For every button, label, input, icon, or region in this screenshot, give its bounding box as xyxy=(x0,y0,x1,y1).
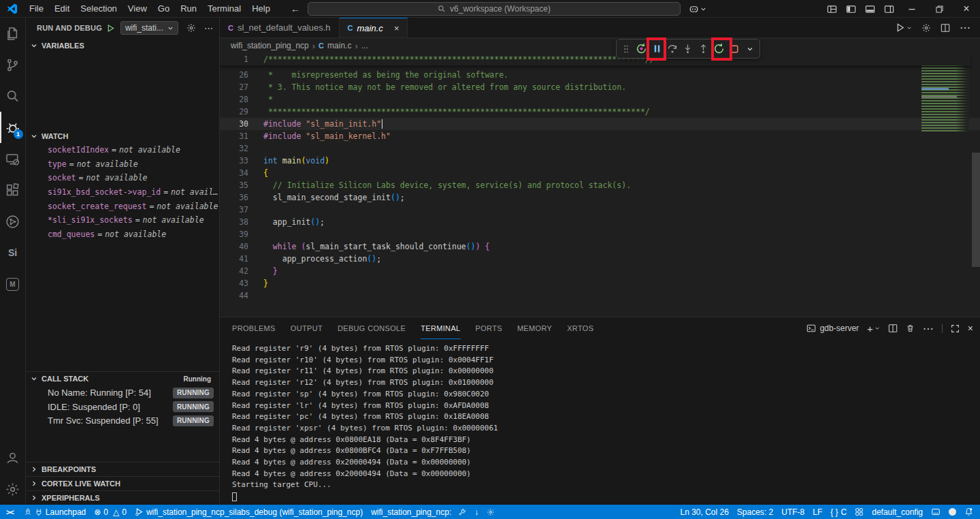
code-line[interactable]: 32 xyxy=(220,142,980,155)
code-line[interactable]: 27 * 3. This notice may not be removed o… xyxy=(220,81,980,93)
code-line[interactable]: 33int main(void) xyxy=(220,155,980,167)
maximize-panel-icon[interactable] xyxy=(951,324,960,333)
debug-settings-gear-icon[interactable] xyxy=(186,23,196,33)
code-line[interactable]: 39 xyxy=(220,228,980,240)
device-debug-icon[interactable] xyxy=(0,143,26,174)
code-line[interactable]: 43} xyxy=(220,277,980,289)
menu-run[interactable]: Run xyxy=(175,3,202,14)
code-line[interactable]: 44 xyxy=(220,289,980,302)
extensions-icon[interactable] xyxy=(0,174,26,206)
encoding-item[interactable]: UTF-8 xyxy=(777,505,808,519)
kill-terminal-trash-icon[interactable] xyxy=(906,324,915,333)
code-line[interactable]: 37 xyxy=(220,204,980,216)
cursor-position-item[interactable]: Ln 30, Col 26 xyxy=(676,505,732,519)
menu-edit[interactable]: Edit xyxy=(49,3,75,14)
restore-button[interactable] xyxy=(926,0,953,18)
tab-main-c[interactable]: C main.c × xyxy=(340,18,408,37)
code-line[interactable]: 41 app_process_action(); xyxy=(220,253,980,265)
run-or-debug-button[interactable] xyxy=(895,22,912,33)
step-over-icon[interactable] xyxy=(666,42,680,57)
explorer-icon[interactable] xyxy=(0,18,26,49)
call-stack-thread[interactable]: No Name: Running [P: 54]RUNNING xyxy=(26,386,219,400)
notifications-bell-icon[interactable] xyxy=(960,505,980,519)
editor-gear-icon[interactable] xyxy=(921,23,931,33)
indentation-item[interactable]: Spaces: 2 xyxy=(733,505,777,519)
watch-item[interactable]: socketIdIndex=not available xyxy=(26,143,219,157)
close-tab-icon[interactable]: × xyxy=(394,23,399,33)
panel-tab-memory[interactable]: MEMORY xyxy=(517,317,552,339)
settings-gear-icon[interactable] xyxy=(0,473,26,505)
call-stack-thread[interactable]: IDLE: Suspended [P: 0]RUNNING xyxy=(26,400,219,414)
step-out-icon[interactable] xyxy=(696,42,710,57)
code-line[interactable]: 26 * misrepresented as being the origina… xyxy=(220,69,980,81)
panel-tab-problems[interactable]: PROBLEMS xyxy=(232,317,276,339)
debug-gear-icon[interactable] xyxy=(487,508,495,516)
code-line[interactable]: 34{ xyxy=(220,167,980,179)
status-dot-icon[interactable] xyxy=(945,505,960,519)
command-center-search[interactable]: v6_workspace (Workspace) xyxy=(308,2,681,16)
section-watch[interactable]: WATCH xyxy=(26,129,219,143)
eol-item[interactable]: LF xyxy=(808,505,826,519)
section-cortex-live-watch[interactable]: CORTEX LIVE WATCH xyxy=(26,476,219,490)
section-xperipherals[interactable]: XPERIPHERALS xyxy=(26,490,219,505)
watch-item[interactable]: socket=not available xyxy=(26,171,219,185)
section-breakpoints[interactable]: BREAKPOINTS xyxy=(26,462,219,476)
screencast-icon[interactable] xyxy=(927,505,945,519)
minimize-button[interactable]: – xyxy=(898,0,926,18)
debug-config-dropdown[interactable]: wifi_stati... xyxy=(120,21,178,35)
watch-item[interactable]: type=not available xyxy=(26,157,219,172)
peripheral-tree-icon[interactable] xyxy=(0,206,26,237)
toggle-sidebar-icon[interactable] xyxy=(841,0,860,18)
accounts-icon[interactable] xyxy=(0,442,26,473)
call-stack-thread[interactable]: Tmr Svc: Suspended [P: 55]RUNNING xyxy=(26,413,219,428)
code-line[interactable]: 38 app_init(); xyxy=(220,216,980,228)
terminal-process-item[interactable]: gdb-server xyxy=(806,324,859,333)
close-window-button[interactable]: × xyxy=(953,0,980,18)
code-editor[interactable]: 1 /*************************************… xyxy=(220,53,980,317)
extension-grid-icon[interactable] xyxy=(851,505,868,519)
step-into-icon[interactable] xyxy=(681,42,695,57)
menu-selection[interactable]: Selection xyxy=(75,3,122,14)
split-editor-icon[interactable] xyxy=(941,23,950,33)
minimap[interactable] xyxy=(921,57,969,133)
breadcrumb-file[interactable]: main.c xyxy=(327,41,351,50)
watch-item[interactable]: socket_create_request=not available xyxy=(26,199,219,213)
default-config-item[interactable]: default_config xyxy=(868,505,927,519)
sticky-scroll-line[interactable]: 1 /*************************************… xyxy=(220,53,970,65)
watch-item[interactable]: si91x_bsd_socket->vap_id=not avail… xyxy=(26,185,219,200)
launchpad-item[interactable]: Launchpad xyxy=(20,505,90,519)
download-arrow-icon[interactable]: ↓ xyxy=(474,507,478,517)
task-item[interactable]: wifi_station_ping_ncp: ↓ xyxy=(367,505,499,519)
remote-indicator[interactable]: >< xyxy=(0,505,20,519)
breadcrumb[interactable]: wifi_station_ping_ncp › C main.c › ... xyxy=(220,38,980,53)
back-arrow-icon[interactable]: ← xyxy=(291,3,300,14)
panel-tab-debug-console[interactable]: DEBUG CONSOLE xyxy=(338,317,406,339)
source-control-icon[interactable] xyxy=(0,49,26,80)
section-variables[interactable]: VARIABLES xyxy=(26,38,219,52)
breadcrumb-folder[interactable]: wifi_station_ping_ncp xyxy=(231,41,309,50)
problems-item[interactable]: ⊗ 0 △ 0 xyxy=(90,505,131,519)
menu-view[interactable]: View xyxy=(122,3,152,14)
new-terminal-button[interactable]: + xyxy=(867,323,880,334)
sidebar-more-actions-icon[interactable]: ⋯ xyxy=(204,23,213,33)
search-sidebar-icon[interactable] xyxy=(0,80,26,112)
menu-file[interactable]: File xyxy=(24,3,49,14)
toolbar-drag-gripper[interactable] xyxy=(619,42,634,57)
debug-config-item[interactable]: wifi_station_ping_ncp_silabs_debug (wifi… xyxy=(131,505,367,519)
editor-scrollbar[interactable] xyxy=(972,153,980,267)
menu-go[interactable]: Go xyxy=(152,3,175,14)
copilot-button[interactable] xyxy=(689,0,706,18)
toolbar-more-chevron-icon[interactable] xyxy=(742,42,757,57)
panel-tab-xrtos[interactable]: XRTOS xyxy=(567,317,593,339)
language-mode-item[interactable]: { } C xyxy=(826,505,851,519)
watch-item[interactable]: cmd_queues=not available xyxy=(26,227,219,242)
code-line[interactable]: 29 *************************************… xyxy=(220,106,980,118)
breadcrumb-symbol[interactable]: ... xyxy=(361,41,368,50)
tab-sl-net-default-values[interactable]: C sl_net_default_values.h xyxy=(220,18,340,37)
split-terminal-icon[interactable] xyxy=(888,324,898,333)
code-line[interactable]: 36 sl_main_second_stage_init(); xyxy=(220,191,980,204)
panel-tab-output[interactable]: OUTPUT xyxy=(291,317,323,339)
silicon-labs-icon[interactable]: Si xyxy=(0,237,26,268)
code-line[interactable]: 28 * xyxy=(220,93,980,106)
panel-tab-terminal[interactable]: TERMINAL xyxy=(421,317,460,339)
